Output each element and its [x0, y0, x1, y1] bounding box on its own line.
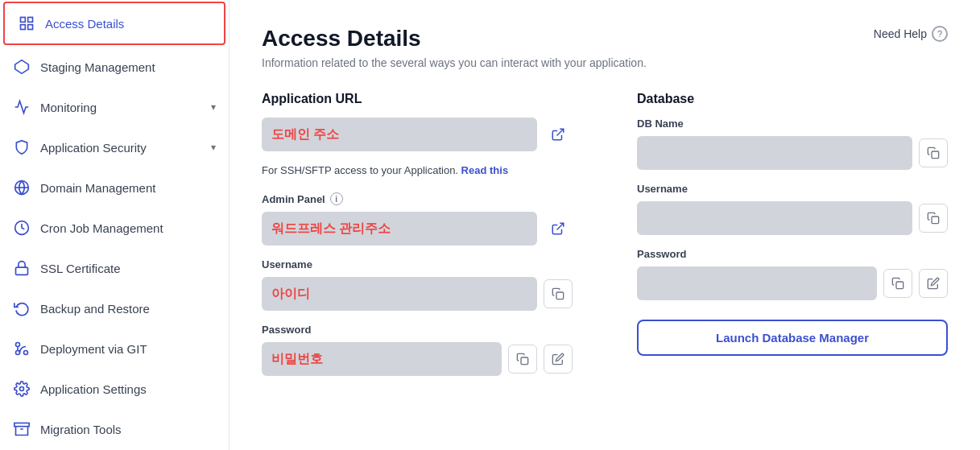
sidebar-item-access-details[interactable]: Access Details — [3, 2, 225, 45]
sidebar-item-backup-and-restore[interactable]: Backup and Restore — [0, 288, 229, 328]
admin-panel-label: Admin Panel i — [262, 192, 573, 205]
sidebar-item-deployment-via-git[interactable]: Deployment via GIT — [0, 328, 229, 369]
left-username-input[interactable]: 아이디 — [262, 277, 537, 311]
svg-rect-20 — [932, 151, 939, 159]
gear-icon — [13, 380, 31, 398]
sidebar-item-monitoring[interactable]: Monitoring ▾ — [0, 87, 229, 127]
svg-rect-19 — [521, 357, 528, 365]
db-password-label: Password — [637, 248, 948, 260]
sidebar-item-ssl-certificate[interactable]: SSL Certificate — [0, 248, 229, 288]
chevron-down-icon: ▾ — [211, 142, 216, 153]
admin-panel-input[interactable]: 워드프레스 관리주소 — [262, 212, 537, 246]
db-username-row — [637, 201, 948, 235]
chart-icon — [13, 98, 31, 116]
page-subtitle: Information related to the several ways … — [262, 56, 647, 69]
right-column: Database DB Name Username — [637, 92, 948, 389]
db-name-row — [637, 136, 948, 170]
sidebar-item-staging-management[interactable]: Staging Management — [0, 47, 229, 87]
box-icon — [13, 420, 31, 438]
sidebar-item-label: Deployment via GIT — [40, 342, 147, 356]
svg-rect-3 — [28, 25, 33, 30]
sidebar-item-label: Monitoring — [40, 101, 97, 114]
sidebar-item-domain-management[interactable]: Domain Management — [0, 167, 229, 208]
db-name-copy-button[interactable] — [919, 138, 948, 167]
sidebar-item-label: SSL Certificate — [40, 262, 121, 275]
sidebar-item-application-security[interactable]: Application Security ▾ — [0, 127, 229, 167]
main-content: Access Details Information related to th… — [229, 0, 980, 450]
sidebar-item-label: Backup and Restore — [40, 302, 150, 316]
left-password-input[interactable]: 비밀번호 — [262, 342, 502, 376]
admin-panel-row: 워드프레스 관리주소 — [262, 212, 573, 246]
info-icon: i — [330, 192, 343, 205]
db-username-input[interactable] — [637, 201, 912, 235]
sidebar-item-label: Domain Management — [40, 181, 155, 195]
svg-point-9 — [24, 351, 28, 355]
svg-rect-21 — [932, 217, 939, 224]
svg-line-17 — [557, 223, 564, 229]
left-password-edit-button[interactable] — [544, 345, 573, 374]
left-password-row: 비밀번호 — [262, 342, 573, 376]
db-username-label: Username — [637, 183, 948, 195]
diamond-icon — [13, 58, 31, 76]
header-left: Access Details Information related to th… — [262, 26, 647, 69]
svg-line-16 — [557, 129, 564, 135]
layout-icon — [18, 14, 35, 32]
sidebar-item-label: Access Details — [45, 17, 124, 31]
application-url-section-title: Application URL — [262, 92, 573, 106]
db-name-label: DB Name — [637, 118, 948, 130]
page-title: Access Details — [262, 26, 647, 52]
sidebar-item-application-settings[interactable]: Application Settings — [0, 369, 229, 409]
svg-rect-2 — [21, 25, 26, 30]
clock-icon — [13, 219, 31, 237]
db-username-copy-button[interactable] — [919, 204, 948, 233]
left-column: Application URL 도메인 주소 For SSH/SFTP acce… — [262, 92, 573, 389]
page-header: Access Details Information related to th… — [262, 26, 948, 69]
sidebar-item-label: Application Settings — [40, 382, 147, 396]
chevron-down-icon: ▾ — [211, 101, 216, 113]
git-icon — [13, 340, 31, 357]
sidebar-item-label: Application Security — [40, 141, 147, 155]
svg-marker-4 — [15, 60, 29, 74]
svg-rect-22 — [896, 282, 904, 289]
admin-panel-external-link[interactable] — [544, 214, 573, 243]
database-section-title: Database — [637, 92, 948, 106]
read-this-link[interactable]: Read this — [461, 164, 509, 176]
svg-rect-8 — [16, 267, 28, 275]
db-name-input[interactable] — [637, 136, 912, 170]
launch-database-manager-button[interactable]: Launch Database Manager — [637, 320, 948, 356]
need-help-label: Need Help — [874, 27, 927, 40]
svg-point-13 — [20, 387, 24, 391]
sidebar-item-migration-tools[interactable]: Migration Tools — [0, 409, 229, 449]
help-circle-icon: ? — [932, 26, 948, 42]
sidebar-item-cron-job-management[interactable]: Cron Job Management — [0, 208, 229, 248]
db-password-row — [637, 266, 948, 300]
ssh-note: For SSH/SFTP access to your Application.… — [262, 164, 573, 176]
db-password-copy-button[interactable] — [883, 269, 912, 298]
application-url-external-link[interactable] — [544, 120, 573, 149]
sidebar-item-label: Migration Tools — [40, 423, 122, 436]
left-username-label: Username — [262, 258, 573, 270]
shield-icon — [13, 138, 31, 156]
svg-point-10 — [16, 343, 20, 347]
content-grid: Application URL 도메인 주소 For SSH/SFTP acce… — [262, 92, 948, 389]
left-username-row: 아이디 — [262, 277, 573, 311]
svg-rect-0 — [21, 18, 26, 23]
left-password-label: Password — [262, 324, 573, 336]
db-password-input[interactable] — [637, 266, 877, 300]
need-help-button[interactable]: Need Help ? — [874, 26, 948, 42]
sidebar-item-label: Staging Management — [40, 60, 155, 74]
www-icon — [13, 179, 31, 196]
svg-rect-14 — [14, 423, 29, 427]
application-url-input[interactable]: 도메인 주소 — [262, 118, 537, 151]
db-password-edit-button[interactable] — [919, 269, 948, 298]
restore-icon — [13, 299, 31, 317]
sidebar-item-label: Cron Job Management — [40, 221, 163, 235]
left-password-copy-button[interactable] — [508, 345, 537, 374]
lock-icon — [13, 259, 31, 277]
application-url-row: 도메인 주소 — [262, 118, 573, 151]
left-username-copy-button[interactable] — [544, 279, 573, 308]
svg-rect-1 — [28, 18, 33, 23]
sidebar: Access Details Staging Management Monito… — [0, 0, 229, 450]
svg-rect-18 — [556, 292, 564, 299]
